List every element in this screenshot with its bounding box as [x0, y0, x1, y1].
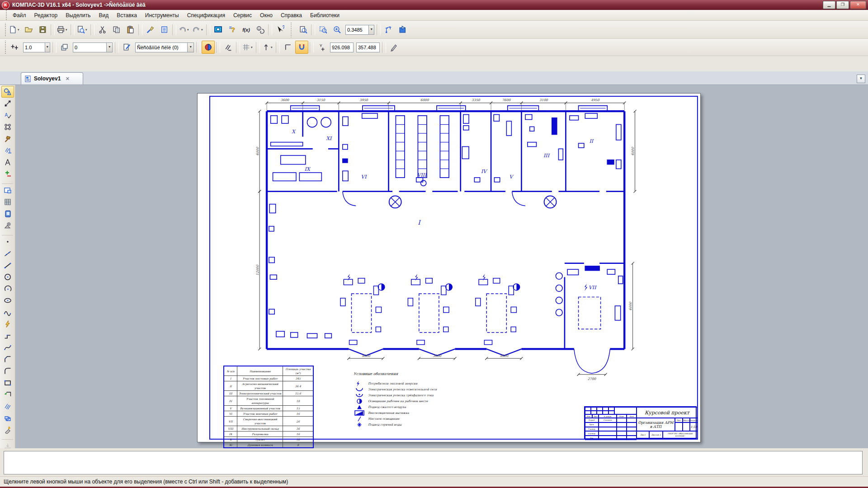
close-button[interactable]: ✕	[850, 1, 866, 9]
menu-вид[interactable]: Вид	[95, 11, 113, 20]
explication-table[interactable]: № п/пНаименованиеПлощадь участка (м²)IУч…	[223, 366, 314, 448]
coord-y-field[interactable]	[356, 42, 380, 52]
power-line-tool-button[interactable]	[1, 318, 14, 330]
drawing-sheet[interactable]: XXIIXVIVIIIIVVIIIIIIVII36003150395060003…	[197, 93, 701, 442]
zoom-in-out-button[interactable]	[330, 23, 344, 36]
coord-x-field-input[interactable]	[330, 44, 353, 51]
dropdown-arrow-icon[interactable]: ▾	[187, 28, 190, 32]
zoom-to-document-button[interactable]	[297, 23, 310, 36]
reports-tool-button[interactable]	[1, 196, 14, 208]
parameterization-tool-button[interactable]	[1, 145, 14, 156]
dropdown-arrow-icon[interactable]: ▾	[251, 46, 254, 49]
zoom-combo-input[interactable]	[346, 26, 368, 33]
variables-button[interactable]	[212, 23, 225, 36]
layer-number-combo[interactable]: ▾	[73, 42, 113, 52]
step-combo[interactable]: ▾	[23, 42, 50, 52]
menu-сервис[interactable]: Сервис	[229, 11, 256, 20]
insert-fragment-tool-button[interactable]	[1, 208, 14, 220]
rect-corner-button[interactable]	[281, 41, 294, 54]
dropdown-arrow-icon[interactable]: ▾	[66, 28, 69, 32]
snaps-button[interactable]	[295, 41, 308, 54]
specification-tool-button[interactable]	[1, 184, 14, 196]
zoom-combo[interactable]: ▾	[345, 25, 374, 35]
menu-редактор[interactable]: Редактор	[30, 11, 62, 20]
polyline-tool-button[interactable]	[1, 330, 14, 342]
ellipse-tool-button[interactable]	[1, 295, 14, 306]
convert-button[interactable]: 1	[254, 23, 267, 36]
layers-manager-button[interactable]	[58, 41, 71, 54]
measurements-tool-button[interactable]	[1, 156, 14, 168]
dropdown-arrow-icon[interactable]: ▾	[201, 28, 204, 32]
rectangle-tool-button[interactable]	[1, 377, 14, 389]
minimize-button[interactable]: ▁	[823, 1, 835, 9]
round-toggle-button[interactable]	[202, 41, 215, 54]
continuous-input-tool-button[interactable]	[1, 306, 14, 318]
hatch-lines-tool-button[interactable]	[1, 400, 14, 412]
open-document-button[interactable]	[22, 23, 35, 36]
maximize-button[interactable]: ❐	[836, 1, 849, 9]
copy-properties-button[interactable]	[144, 23, 157, 36]
auxiliary-line-tool-button[interactable]	[1, 248, 14, 259]
collect-contour-tool-button[interactable]	[1, 389, 14, 400]
fill-tool-button[interactable]	[1, 424, 14, 436]
layer-sheet-button[interactable]	[120, 41, 133, 54]
selection-tool-button[interactable]	[1, 168, 14, 180]
help-topics-button[interactable]: ?	[226, 23, 239, 36]
what-is-this-button[interactable]: ?	[274, 23, 287, 36]
menu-инструменты[interactable]: Инструменты	[141, 11, 183, 20]
arc-tool-button[interactable]	[1, 283, 14, 295]
zoom-combo-dropdown-icon[interactable]: ▾	[368, 25, 374, 34]
coord-marker-button[interactable]: Y	[315, 41, 328, 54]
menu-вставка[interactable]: Вставка	[113, 11, 141, 20]
local-csys-button[interactable]: ▾	[261, 41, 274, 54]
zoom-by-area-button[interactable]	[316, 23, 330, 36]
cut-button[interactable]	[96, 23, 109, 36]
dropdown-arrow-icon[interactable]: ▾	[85, 28, 89, 32]
dropdown-arrow-icon[interactable]: ▾	[271, 46, 274, 49]
point-tool-button[interactable]	[1, 236, 14, 248]
dropdown-arrow-icon[interactable]: ▾	[18, 28, 21, 32]
print-button[interactable]: ▾	[56, 23, 69, 36]
step-combo-input[interactable]	[24, 44, 45, 51]
tab-close-icon[interactable]: ✕	[64, 76, 71, 82]
chamfer-tool-button[interactable]	[1, 353, 14, 365]
paste-button[interactable]	[124, 23, 137, 36]
document-tab[interactable]: Solovyev1 ✕	[21, 72, 83, 84]
bezier-tool-button[interactable]	[1, 342, 14, 353]
layer-number-combo-input[interactable]	[73, 44, 106, 51]
step-combo-dropdown-icon[interactable]: ▾	[45, 43, 50, 52]
designations-tool-button[interactable]: A	[1, 109, 14, 121]
layer-name-combo[interactable]: ▾	[135, 42, 194, 52]
fillet-tool-button[interactable]	[1, 365, 14, 377]
coord-y-field-input[interactable]	[357, 44, 379, 51]
editing-tool-button[interactable]	[1, 133, 14, 145]
menu-окно[interactable]: Окно	[256, 11, 277, 20]
save-document-button[interactable]	[36, 23, 49, 36]
grid-button[interactable]: ▾	[241, 41, 255, 54]
menu-спецификация[interactable]: Спецификация	[183, 11, 229, 20]
new-document-button[interactable]: ▾	[8, 23, 21, 36]
document-properties-button[interactable]	[158, 23, 171, 36]
legend[interactable]: Условные обозначения Потребители теплово…	[354, 372, 503, 427]
pen-edit-button[interactable]	[387, 41, 401, 54]
menu-библиотеки[interactable]: Библиотеки	[306, 11, 344, 20]
document-tree-button[interactable]	[382, 23, 395, 36]
print-preview-button[interactable]: ▾	[76, 23, 89, 36]
geometry-tool-button[interactable]	[1, 86, 14, 98]
tab-list-button[interactable]: ▼	[857, 75, 865, 83]
menu-выделить[interactable]: Выделить	[61, 11, 94, 20]
undo-button[interactable]: ▾	[178, 23, 191, 36]
snap-step-button[interactable]	[8, 41, 21, 54]
circle-tool-button[interactable]	[1, 271, 14, 283]
refresh-image-button[interactable]	[396, 23, 409, 36]
layer-name-combo-input[interactable]	[136, 44, 187, 51]
layer-name-combo-dropdown-icon[interactable]: ▾	[187, 43, 193, 52]
dimensions-tool-button[interactable]	[1, 98, 14, 109]
redo-button[interactable]: ▾	[192, 23, 205, 36]
libraries-tool-button[interactable]	[1, 220, 14, 231]
layer-number-combo-dropdown-icon[interactable]: ▾	[106, 43, 112, 52]
line-segment-tool-button[interactable]	[1, 259, 14, 271]
menu-справка[interactable]: Справка	[277, 11, 306, 20]
drawing-canvas[interactable]: XXIIXVIVIIIIVVIIIIIIVII36003150395060003…	[15, 85, 868, 448]
title-block[interactable]: Курсовой проектОрганизация АРМ в АТПЛит.…	[584, 406, 697, 439]
